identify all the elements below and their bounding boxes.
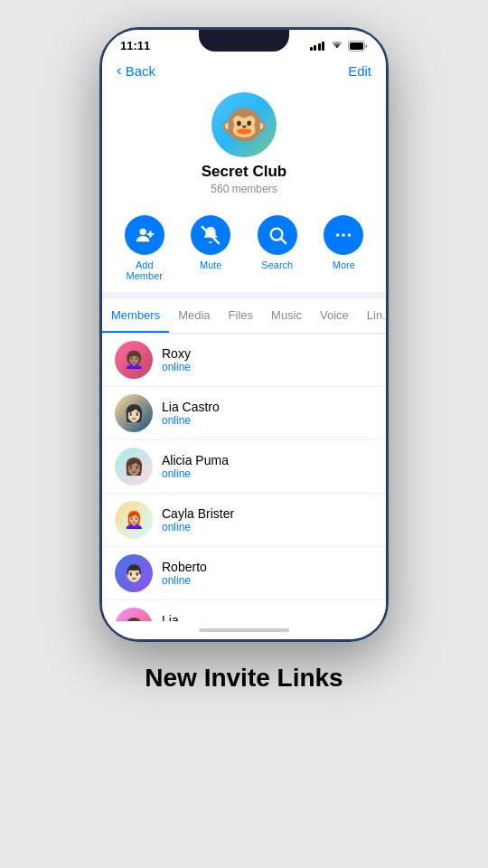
home-indicator (102, 621, 386, 639)
svg-line-7 (281, 239, 286, 243)
home-bar (199, 628, 289, 632)
member-item[interactable]: 👩🏼‍🦰Cayla Bristeronline (102, 494, 386, 547)
member-name: Lia (162, 613, 373, 621)
search-icon (258, 215, 297, 255)
tab-members[interactable]: Members (102, 299, 169, 333)
svg-point-10 (348, 233, 352, 237)
member-avatar: 👩🏻 (115, 394, 153, 432)
add-member-label: Add Member (117, 259, 172, 281)
add-member-icon (125, 215, 164, 255)
member-info: Lia Castroonline (162, 400, 373, 427)
add-member-button[interactable]: Add Member (117, 215, 172, 281)
back-button[interactable]: ‹ Back (117, 61, 155, 80)
member-name: Cayla Brister (162, 506, 373, 521)
group-avatar: 🐵 (211, 92, 277, 157)
page-wrapper: 11:11 (0, 0, 488, 868)
svg-point-8 (336, 233, 340, 237)
notch (199, 30, 289, 52)
member-avatar: 👩🏼‍🦰 (115, 501, 153, 539)
back-label: Back (126, 63, 155, 79)
member-name: Roxy (162, 346, 373, 361)
svg-point-9 (342, 233, 345, 237)
nav-bar: ‹ Back Edit (102, 56, 386, 85)
group-emoji: 🐵 (221, 106, 267, 144)
member-avatar: 👩🏽 (115, 448, 153, 486)
status-icons (310, 40, 369, 52)
page-title: New Invite Links (18, 664, 470, 693)
member-name: Alicia Puma (162, 453, 373, 467)
phone-screen: 11:11 (102, 30, 386, 639)
member-avatar: 👩🏽 (115, 608, 153, 621)
more-button[interactable]: More (316, 215, 371, 281)
member-name: Roberto (162, 560, 373, 574)
tab-voice[interactable]: Voice (311, 299, 358, 333)
member-avatar: 👨🏻 (115, 554, 153, 592)
phone-frame: 11:11 (99, 27, 389, 642)
group-members-count: 560 members (211, 183, 277, 195)
group-name: Secret Club (202, 163, 286, 181)
more-label: More (333, 259, 355, 270)
svg-rect-1 (350, 42, 363, 50)
search-button[interactable]: Search (250, 215, 305, 281)
tab-music[interactable]: Music (262, 299, 311, 333)
signal-icon (310, 42, 325, 51)
member-status: online (162, 574, 373, 587)
member-status: online (162, 521, 373, 533)
tab-media[interactable]: Media (169, 299, 219, 333)
search-label: Search (261, 259, 293, 270)
back-arrow-icon: ‹ (117, 61, 122, 80)
member-name: Lia Castro (162, 400, 373, 414)
member-status: online (162, 414, 373, 427)
member-info: Alicia Pumaonline (162, 453, 373, 480)
svg-point-2 (139, 229, 145, 235)
edit-button[interactable]: Edit (348, 63, 371, 79)
member-avatar: 👩🏽‍🦱 (115, 341, 153, 379)
member-info: Liaonline (162, 613, 373, 621)
member-info: Roxyonline (162, 346, 373, 373)
wifi-icon (331, 40, 343, 52)
tab-links[interactable]: Lin... (358, 299, 386, 333)
member-status: online (162, 361, 373, 373)
member-info: Robertoonline (162, 560, 373, 587)
member-item[interactable]: 👨🏻Robertoonline (102, 547, 386, 600)
member-status: online (162, 467, 373, 480)
action-buttons: Add Member Mute (102, 206, 386, 292)
status-time: 11:11 (120, 39, 150, 52)
battery-icon (348, 41, 368, 52)
member-info: Cayla Bristeronline (162, 506, 373, 533)
section-divider (102, 292, 386, 299)
group-info: 🐵 Secret Club 560 members (102, 85, 386, 206)
member-item[interactable]: 👩🏽Liaonline (102, 600, 386, 621)
tabs-bar: Members Media Files Music Voice Lin... (102, 299, 386, 334)
page-title-section: New Invite Links (0, 642, 488, 711)
member-item[interactable]: 👩🏽Alicia Pumaonline (102, 440, 386, 494)
mute-icon (191, 215, 230, 255)
member-item[interactable]: 👩🏻Lia Castroonline (102, 387, 386, 440)
mute-button[interactable]: Mute (183, 215, 238, 281)
member-item[interactable]: 👩🏽‍🦱Roxyonline (102, 334, 386, 387)
more-icon (324, 215, 363, 255)
members-list: 👩🏽‍🦱Roxyonline👩🏻Lia Castroonline👩🏽Alicia… (102, 334, 386, 621)
tab-files[interactable]: Files (220, 299, 262, 333)
mute-label: Mute (200, 259, 221, 270)
